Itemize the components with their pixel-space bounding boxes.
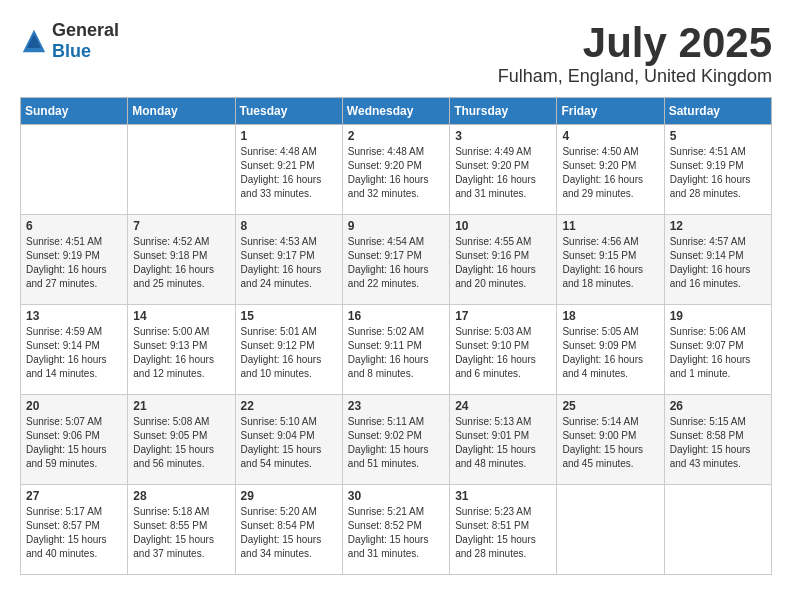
day-number: 31 bbox=[455, 489, 551, 503]
day-number: 5 bbox=[670, 129, 766, 143]
calendar-cell: 18Sunrise: 5:05 AM Sunset: 9:09 PM Dayli… bbox=[557, 305, 664, 395]
calendar-cell: 1Sunrise: 4:48 AM Sunset: 9:21 PM Daylig… bbox=[235, 125, 342, 215]
logo: General Blue bbox=[20, 20, 119, 62]
calendar-week-row: 1Sunrise: 4:48 AM Sunset: 9:21 PM Daylig… bbox=[21, 125, 772, 215]
calendar-week-row: 13Sunrise: 4:59 AM Sunset: 9:14 PM Dayli… bbox=[21, 305, 772, 395]
cell-content: Sunrise: 5:14 AM Sunset: 9:00 PM Dayligh… bbox=[562, 415, 658, 471]
page-header: General Blue July 2025 Fulham, England, … bbox=[20, 20, 772, 87]
calendar-cell: 5Sunrise: 4:51 AM Sunset: 9:19 PM Daylig… bbox=[664, 125, 771, 215]
logo-general: General bbox=[52, 20, 119, 40]
day-number: 11 bbox=[562, 219, 658, 233]
cell-content: Sunrise: 5:03 AM Sunset: 9:10 PM Dayligh… bbox=[455, 325, 551, 381]
calendar-cell: 22Sunrise: 5:10 AM Sunset: 9:04 PM Dayli… bbox=[235, 395, 342, 485]
cell-content: Sunrise: 5:21 AM Sunset: 8:52 PM Dayligh… bbox=[348, 505, 444, 561]
calendar-header-cell: Friday bbox=[557, 98, 664, 125]
day-number: 27 bbox=[26, 489, 122, 503]
calendar-cell: 10Sunrise: 4:55 AM Sunset: 9:16 PM Dayli… bbox=[450, 215, 557, 305]
cell-content: Sunrise: 5:01 AM Sunset: 9:12 PM Dayligh… bbox=[241, 325, 337, 381]
calendar-cell bbox=[128, 125, 235, 215]
day-number: 14 bbox=[133, 309, 229, 323]
calendar-header-cell: Tuesday bbox=[235, 98, 342, 125]
day-number: 20 bbox=[26, 399, 122, 413]
day-number: 28 bbox=[133, 489, 229, 503]
calendar-cell: 13Sunrise: 4:59 AM Sunset: 9:14 PM Dayli… bbox=[21, 305, 128, 395]
calendar-cell: 6Sunrise: 4:51 AM Sunset: 9:19 PM Daylig… bbox=[21, 215, 128, 305]
calendar-cell: 24Sunrise: 5:13 AM Sunset: 9:01 PM Dayli… bbox=[450, 395, 557, 485]
calendar-cell: 29Sunrise: 5:20 AM Sunset: 8:54 PM Dayli… bbox=[235, 485, 342, 575]
cell-content: Sunrise: 5:18 AM Sunset: 8:55 PM Dayligh… bbox=[133, 505, 229, 561]
calendar-cell: 25Sunrise: 5:14 AM Sunset: 9:00 PM Dayli… bbox=[557, 395, 664, 485]
cell-content: Sunrise: 5:23 AM Sunset: 8:51 PM Dayligh… bbox=[455, 505, 551, 561]
calendar-cell: 9Sunrise: 4:54 AM Sunset: 9:17 PM Daylig… bbox=[342, 215, 449, 305]
cell-content: Sunrise: 5:02 AM Sunset: 9:11 PM Dayligh… bbox=[348, 325, 444, 381]
calendar-cell: 21Sunrise: 5:08 AM Sunset: 9:05 PM Dayli… bbox=[128, 395, 235, 485]
logo-blue: Blue bbox=[52, 41, 91, 61]
day-number: 6 bbox=[26, 219, 122, 233]
calendar-cell: 20Sunrise: 5:07 AM Sunset: 9:06 PM Dayli… bbox=[21, 395, 128, 485]
calendar-cell: 31Sunrise: 5:23 AM Sunset: 8:51 PM Dayli… bbox=[450, 485, 557, 575]
cell-content: Sunrise: 5:05 AM Sunset: 9:09 PM Dayligh… bbox=[562, 325, 658, 381]
calendar-table: SundayMondayTuesdayWednesdayThursdayFrid… bbox=[20, 97, 772, 575]
calendar-cell: 11Sunrise: 4:56 AM Sunset: 9:15 PM Dayli… bbox=[557, 215, 664, 305]
location-title: Fulham, England, United Kingdom bbox=[498, 66, 772, 87]
cell-content: Sunrise: 4:51 AM Sunset: 9:19 PM Dayligh… bbox=[670, 145, 766, 201]
day-number: 3 bbox=[455, 129, 551, 143]
calendar-cell: 23Sunrise: 5:11 AM Sunset: 9:02 PM Dayli… bbox=[342, 395, 449, 485]
calendar-week-row: 20Sunrise: 5:07 AM Sunset: 9:06 PM Dayli… bbox=[21, 395, 772, 485]
cell-content: Sunrise: 5:20 AM Sunset: 8:54 PM Dayligh… bbox=[241, 505, 337, 561]
calendar-cell: 2Sunrise: 4:48 AM Sunset: 9:20 PM Daylig… bbox=[342, 125, 449, 215]
calendar-cell: 12Sunrise: 4:57 AM Sunset: 9:14 PM Dayli… bbox=[664, 215, 771, 305]
day-number: 17 bbox=[455, 309, 551, 323]
calendar-body: 1Sunrise: 4:48 AM Sunset: 9:21 PM Daylig… bbox=[21, 125, 772, 575]
calendar-cell: 26Sunrise: 5:15 AM Sunset: 8:58 PM Dayli… bbox=[664, 395, 771, 485]
calendar-cell: 28Sunrise: 5:18 AM Sunset: 8:55 PM Dayli… bbox=[128, 485, 235, 575]
cell-content: Sunrise: 4:54 AM Sunset: 9:17 PM Dayligh… bbox=[348, 235, 444, 291]
cell-content: Sunrise: 4:52 AM Sunset: 9:18 PM Dayligh… bbox=[133, 235, 229, 291]
cell-content: Sunrise: 5:00 AM Sunset: 9:13 PM Dayligh… bbox=[133, 325, 229, 381]
day-number: 26 bbox=[670, 399, 766, 413]
day-number: 16 bbox=[348, 309, 444, 323]
calendar-cell: 8Sunrise: 4:53 AM Sunset: 9:17 PM Daylig… bbox=[235, 215, 342, 305]
calendar-week-row: 27Sunrise: 5:17 AM Sunset: 8:57 PM Dayli… bbox=[21, 485, 772, 575]
title-area: July 2025 Fulham, England, United Kingdo… bbox=[498, 20, 772, 87]
day-number: 2 bbox=[348, 129, 444, 143]
cell-content: Sunrise: 5:06 AM Sunset: 9:07 PM Dayligh… bbox=[670, 325, 766, 381]
day-number: 10 bbox=[455, 219, 551, 233]
cell-content: Sunrise: 4:49 AM Sunset: 9:20 PM Dayligh… bbox=[455, 145, 551, 201]
month-title: July 2025 bbox=[498, 20, 772, 66]
calendar-cell: 4Sunrise: 4:50 AM Sunset: 9:20 PM Daylig… bbox=[557, 125, 664, 215]
cell-content: Sunrise: 4:59 AM Sunset: 9:14 PM Dayligh… bbox=[26, 325, 122, 381]
day-number: 12 bbox=[670, 219, 766, 233]
cell-content: Sunrise: 5:07 AM Sunset: 9:06 PM Dayligh… bbox=[26, 415, 122, 471]
cell-content: Sunrise: 4:48 AM Sunset: 9:20 PM Dayligh… bbox=[348, 145, 444, 201]
logo-icon bbox=[20, 27, 48, 55]
calendar-cell: 15Sunrise: 5:01 AM Sunset: 9:12 PM Dayli… bbox=[235, 305, 342, 395]
cell-content: Sunrise: 4:53 AM Sunset: 9:17 PM Dayligh… bbox=[241, 235, 337, 291]
day-number: 7 bbox=[133, 219, 229, 233]
cell-content: Sunrise: 4:57 AM Sunset: 9:14 PM Dayligh… bbox=[670, 235, 766, 291]
day-number: 9 bbox=[348, 219, 444, 233]
calendar-header-cell: Thursday bbox=[450, 98, 557, 125]
cell-content: Sunrise: 5:10 AM Sunset: 9:04 PM Dayligh… bbox=[241, 415, 337, 471]
calendar-header-row: SundayMondayTuesdayWednesdayThursdayFrid… bbox=[21, 98, 772, 125]
cell-content: Sunrise: 4:50 AM Sunset: 9:20 PM Dayligh… bbox=[562, 145, 658, 201]
day-number: 1 bbox=[241, 129, 337, 143]
cell-content: Sunrise: 4:55 AM Sunset: 9:16 PM Dayligh… bbox=[455, 235, 551, 291]
calendar-cell: 16Sunrise: 5:02 AM Sunset: 9:11 PM Dayli… bbox=[342, 305, 449, 395]
day-number: 4 bbox=[562, 129, 658, 143]
day-number: 25 bbox=[562, 399, 658, 413]
calendar-cell: 19Sunrise: 5:06 AM Sunset: 9:07 PM Dayli… bbox=[664, 305, 771, 395]
day-number: 23 bbox=[348, 399, 444, 413]
calendar-cell bbox=[557, 485, 664, 575]
calendar-header-cell: Monday bbox=[128, 98, 235, 125]
day-number: 29 bbox=[241, 489, 337, 503]
cell-content: Sunrise: 4:51 AM Sunset: 9:19 PM Dayligh… bbox=[26, 235, 122, 291]
day-number: 24 bbox=[455, 399, 551, 413]
calendar-cell: 14Sunrise: 5:00 AM Sunset: 9:13 PM Dayli… bbox=[128, 305, 235, 395]
day-number: 22 bbox=[241, 399, 337, 413]
calendar-cell: 3Sunrise: 4:49 AM Sunset: 9:20 PM Daylig… bbox=[450, 125, 557, 215]
calendar-cell bbox=[664, 485, 771, 575]
calendar-header-cell: Wednesday bbox=[342, 98, 449, 125]
cell-content: Sunrise: 5:08 AM Sunset: 9:05 PM Dayligh… bbox=[133, 415, 229, 471]
cell-content: Sunrise: 5:17 AM Sunset: 8:57 PM Dayligh… bbox=[26, 505, 122, 561]
